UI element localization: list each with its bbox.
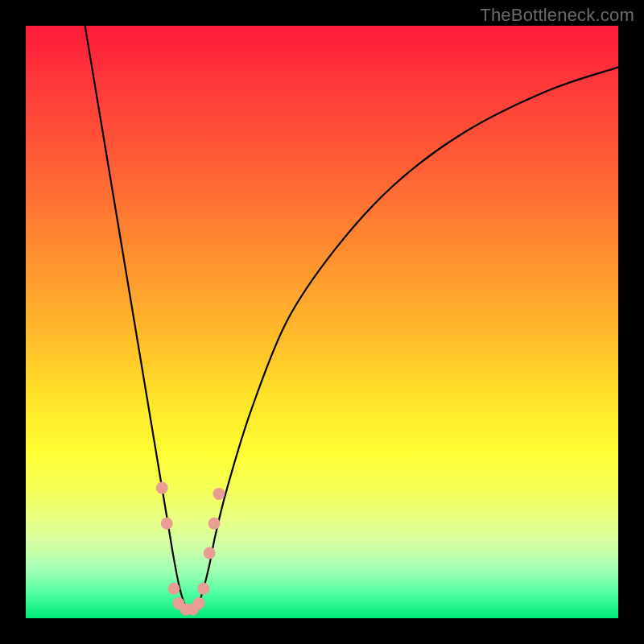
highlight-dot [197,583,209,595]
highlight-dot [208,518,221,530]
highlight-dot [213,488,225,500]
highlight-dot [168,583,180,595]
chart-frame: TheBottleneck.com [0,0,644,644]
highlight-dots [156,482,225,616]
highlight-dot [161,518,173,530]
highlight-dot [204,547,216,559]
curve-layer [26,26,618,618]
watermark-text: TheBottleneck.com [480,5,634,26]
highlight-dot [192,597,204,609]
plot-area [26,26,618,618]
highlight-dot [156,482,168,494]
